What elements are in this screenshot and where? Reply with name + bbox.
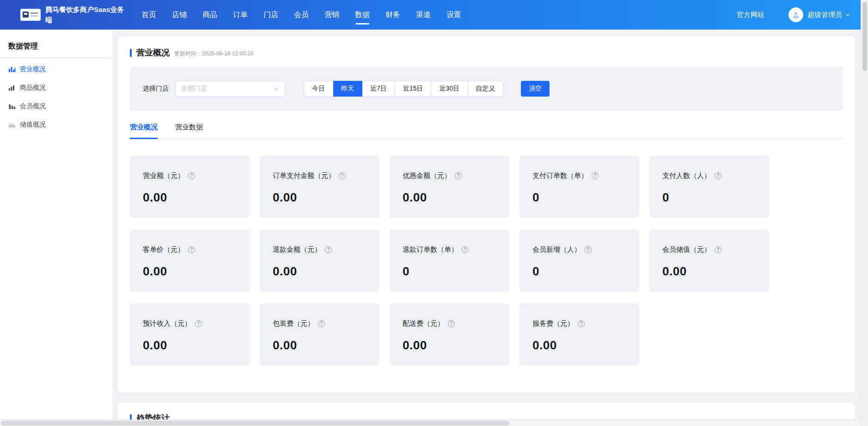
nav-item-label: 数据	[355, 10, 370, 20]
nav-item-home[interactable]: 首页	[141, 0, 156, 30]
help-icon[interactable]: ?	[715, 246, 721, 253]
help-icon[interactable]: ?	[195, 320, 202, 327]
nav-item-stores[interactable]: 门店	[263, 0, 278, 30]
stat-label: 退款金额（元）	[273, 245, 321, 254]
nav-item-finance[interactable]: 财务	[385, 0, 400, 30]
sidebar-item-stored-value-overview[interactable]: 储值概况	[0, 116, 112, 134]
nav-item-shop[interactable]: 店铺	[172, 0, 187, 30]
logo-text-lines	[31, 12, 38, 14]
stat-value: 0.00	[662, 264, 756, 279]
sidebar-item-business-overview[interactable]: 营业概况	[0, 60, 112, 79]
page: 腾马餐饮多商户Saas业务端 首页 店铺 商品 订单 门店 会员 营销 数据 财…	[0, 0, 868, 426]
stat-value: 0.00	[143, 190, 237, 205]
stat-label: 订单支付金额（元）	[273, 171, 335, 180]
stat-card-order-paid-amount: 订单支付金额（元）? 0.00	[260, 156, 379, 218]
sidebar-menu: 营业概况 商品概况 会员概况 储值概况	[0, 58, 112, 134]
bar-chart-icon	[8, 121, 16, 128]
stat-value: 0.00	[273, 264, 367, 279]
range-button-last30days[interactable]: 近30日	[431, 81, 468, 97]
help-icon[interactable]: ?	[325, 246, 332, 253]
vertical-scrollbar-thumb[interactable]	[862, 2, 867, 71]
help-icon[interactable]: ?	[585, 246, 592, 253]
nav-item-members[interactable]: 会员	[294, 0, 309, 30]
stat-card-refund-amount: 退款金额（元）? 0.00	[260, 230, 379, 292]
stat-card-estimated-income: 预计收入（元）? 0.00	[130, 304, 250, 365]
help-icon[interactable]: ?	[188, 172, 195, 179]
range-button-today[interactable]: 今日	[304, 81, 333, 97]
section-header: 营业概况 更新时间：2025-06-18 12:00:10	[118, 36, 855, 58]
chevron-down-icon[interactable]	[845, 12, 850, 18]
stat-value: 0	[532, 264, 626, 279]
tab-business-data[interactable]: 营业数据	[175, 123, 203, 139]
stat-value: 0	[403, 264, 496, 279]
help-icon[interactable]: ?	[455, 172, 462, 179]
store-select[interactable]: 全部门店	[175, 81, 285, 97]
stat-label: 会员新增（人）	[532, 245, 581, 254]
help-icon[interactable]: ?	[578, 320, 585, 327]
topbar-right: 官方网站 超级管理员	[737, 0, 850, 30]
nav-item-label: 商品	[202, 10, 217, 20]
filter-panel: 选择门店 全部门店 今日 昨天 近7日 近15日 近30日 自定义 清空	[130, 67, 843, 111]
date-range-group: 今日 昨天 近7日 近15日 近30日 自定义	[304, 81, 503, 97]
help-icon[interactable]: ?	[188, 246, 195, 253]
update-time: 更新时间：2025-06-18 12:00:10	[174, 50, 253, 58]
help-icon[interactable]: ?	[339, 172, 346, 179]
stat-label: 优惠金额（元）	[403, 171, 451, 180]
stat-value: 0.00	[532, 338, 626, 353]
stat-label: 退款订单数（单）	[403, 245, 458, 254]
tab-business-overview[interactable]: 营业概况	[130, 123, 158, 139]
stat-label: 会员储值（元）	[662, 245, 711, 254]
section-accent-bar	[130, 49, 132, 57]
stat-label: 包装费（元）	[273, 319, 314, 328]
help-icon[interactable]: ?	[318, 320, 325, 327]
nav-item-label: 会员	[294, 10, 309, 20]
stat-value: 0	[532, 190, 626, 205]
nav-item-channels[interactable]: 渠道	[416, 0, 431, 30]
sidebar-item-goods-overview[interactable]: 商品概况	[0, 79, 112, 97]
overview-tabs: 营业概况 营业数据	[130, 123, 843, 139]
range-button-last15days[interactable]: 近15日	[395, 81, 432, 97]
clear-button[interactable]: 清空	[521, 81, 550, 97]
help-icon[interactable]: ?	[592, 172, 599, 179]
range-button-last7days[interactable]: 近7日	[362, 81, 395, 97]
vertical-scrollbar[interactable]	[861, 0, 868, 426]
help-icon[interactable]: ?	[448, 320, 455, 327]
nav-item-label: 设置	[446, 10, 461, 20]
app-title: 腾马餐饮多商户Saas业务端	[45, 5, 125, 25]
stat-card-refund-order-count: 退款订单数（单）? 0	[390, 230, 509, 292]
nav-item-goods[interactable]: 商品	[202, 0, 217, 30]
stat-value: 0.00	[143, 338, 237, 353]
nav-item-label: 渠道	[416, 10, 431, 20]
stat-card-member-stored-value: 会员储值（元）? 0.00	[649, 230, 769, 292]
range-button-custom[interactable]: 自定义	[468, 81, 503, 97]
official-site-link[interactable]: 官方网站	[737, 11, 764, 19]
top-nav-menu: 首页 店铺 商品 订单 门店 会员 营销 数据 财务 渠道 设置	[141, 0, 461, 30]
stat-value: 0.00	[273, 190, 367, 205]
range-button-yesterday[interactable]: 昨天	[333, 81, 362, 97]
top-navbar: 腾马餐饮多商户Saas业务端 首页 店铺 商品 订单 门店 会员 营销 数据 财…	[0, 0, 861, 30]
stat-label: 配送费（元）	[403, 319, 444, 328]
help-icon[interactable]: ?	[462, 246, 469, 253]
nav-item-data[interactable]: 数据	[355, 0, 370, 30]
user-name[interactable]: 超级管理员	[807, 11, 842, 19]
stat-value: 0.00	[403, 338, 496, 353]
stat-value: 0.00	[273, 338, 367, 353]
horizontal-scrollbar-thumb[interactable]	[1, 421, 509, 426]
nav-item-marketing[interactable]: 营销	[324, 0, 339, 30]
horizontal-scrollbar[interactable]	[0, 420, 861, 426]
nav-item-label: 订单	[233, 10, 248, 20]
sidebar-item-label: 商品概况	[20, 84, 46, 92]
stat-card-discount-amount: 优惠金额（元）? 0.00	[390, 156, 509, 218]
help-icon[interactable]: ?	[715, 172, 721, 179]
stat-label: 客单价（元）	[143, 245, 184, 254]
user-avatar[interactable]	[789, 7, 803, 22]
nav-item-label: 店铺	[172, 10, 187, 20]
nav-item-orders[interactable]: 订单	[233, 0, 248, 30]
stat-card-new-members: 会员新增（人）? 0	[520, 230, 639, 292]
stat-value: 0.00	[143, 264, 237, 279]
active-nav-underline	[355, 23, 369, 24]
nav-item-label: 首页	[141, 10, 156, 20]
nav-item-settings[interactable]: 设置	[446, 0, 461, 30]
sidebar-item-member-overview[interactable]: 会员概况	[0, 97, 112, 116]
stat-card-delivery-fee: 配送费（元）? 0.00	[390, 304, 509, 365]
